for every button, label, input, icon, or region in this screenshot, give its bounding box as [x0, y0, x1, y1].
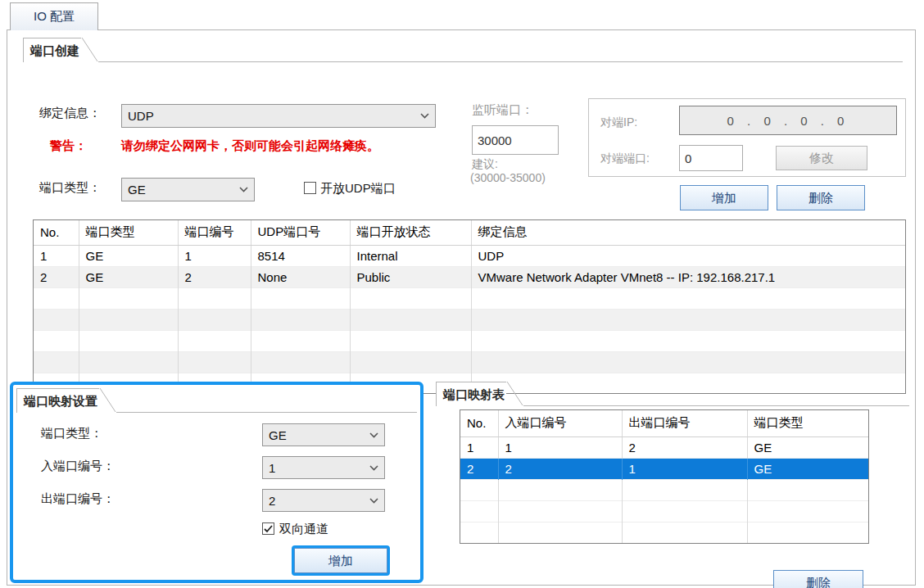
in-port-select[interactable]: 1: [262, 456, 385, 479]
table-cell: [34, 287, 79, 309]
in-port-value: 1: [269, 461, 275, 475]
port-create-group: 端口创建 绑定信息： UDP 警告： 请勿绑定公网网卡，否则可能会引起网络瘫痪。…: [23, 38, 903, 372]
group-tab-slant: [506, 382, 523, 406]
table-cell: [498, 479, 622, 500]
tab-io-config[interactable]: IO 配置: [10, 2, 98, 30]
table-cell: [251, 351, 350, 373]
port-create-group-title: 端口创建: [23, 38, 81, 62]
add-mapping-button[interactable]: 增加: [294, 548, 387, 573]
table-row[interactable]: 2GE2NonePublicVMware Network Adapter VMn…: [34, 266, 905, 287]
table-cell: GE: [79, 245, 178, 266]
group-tab-slant: [99, 388, 116, 413]
table-cell: 2: [34, 266, 79, 287]
table-cell: 2: [460, 458, 498, 479]
column-header: 端口类型: [79, 220, 178, 245]
table-cell: Public: [350, 266, 471, 287]
table-cell: [251, 287, 350, 309]
table-cell: [460, 500, 498, 522]
out-port-value: 2: [269, 494, 275, 508]
table-cell: 8514: [251, 245, 350, 266]
table-cell: 1: [622, 458, 747, 479]
chevron-down-icon: [369, 465, 378, 471]
table-cell: 1: [460, 436, 498, 458]
chevron-down-icon: [369, 498, 378, 504]
peer-port-input[interactable]: 0: [679, 145, 743, 171]
peer-settings-box: 对端IP: 0 . 0 . 0 . 0 对端端口: 0 修改: [588, 98, 906, 177]
delete-mapping-button[interactable]: 删除: [773, 570, 863, 588]
modify-button[interactable]: 修改: [776, 146, 867, 170]
port-type-label: 端口类型：: [39, 180, 101, 196]
listen-port-input[interactable]: 30000: [472, 125, 559, 155]
table-row[interactable]: 1GE18514InternalUDP: [34, 245, 905, 266]
column-header: 端口类型: [747, 410, 868, 436]
in-port-label: 入端口编号：: [41, 459, 115, 474]
table-cell: 1: [498, 436, 622, 458]
table-cell: [350, 287, 471, 309]
table-cell: [350, 330, 471, 351]
port-type-select[interactable]: GE: [121, 178, 255, 201]
table-cell: GE: [747, 458, 868, 479]
table-cell: [251, 330, 350, 351]
port-list-table-wrap: No.端口类型端口编号UDP端口号端口开放状态绑定信息1GE18514Inter…: [33, 219, 906, 394]
table-cell: [747, 500, 868, 522]
open-udp-label: 开放UDP端口: [320, 181, 396, 197]
table-cell: [622, 479, 747, 500]
chevron-down-icon: [369, 432, 378, 438]
table-empty-row: [460, 522, 868, 543]
port-type-value: GE: [128, 183, 146, 197]
table-cell: [747, 522, 868, 543]
table-empty-row: [34, 330, 905, 351]
table-cell: [350, 309, 471, 330]
port-create-group-body: 绑定信息： UDP 警告： 请勿绑定公网网卡，否则可能会引起网络瘫痪。 端口类型…: [23, 62, 903, 372]
table-header-row: No.入端口编号出端口编号端口类型: [460, 410, 868, 436]
port-mapping-table-header: 端口映射表: [436, 382, 909, 406]
listen-port-label: 监听端口：: [472, 102, 533, 118]
warning-label: 警告：: [50, 138, 87, 154]
map-port-type-select[interactable]: GE: [262, 423, 385, 446]
add-mapping-button-highlight: 增加: [292, 545, 390, 576]
mapping-table-wrap: No.入端口编号出端口编号端口类型112GE221GE: [460, 409, 869, 544]
column-header: 端口编号: [178, 220, 251, 245]
table-cell: [79, 287, 178, 309]
table-cell: [460, 479, 498, 500]
table-cell: [471, 287, 905, 309]
open-udp-checkbox[interactable]: [304, 182, 316, 194]
table-empty-row: [34, 309, 905, 330]
table-cell: [178, 309, 251, 330]
table-cell: 2: [178, 266, 251, 287]
table-empty-row: [460, 500, 868, 522]
check-icon: [264, 525, 273, 533]
port-mapping-settings-body: 端口类型： GE 入端口编号： 1 出端口编号： 2: [16, 413, 417, 577]
table-cell: [34, 309, 79, 330]
table-cell: [178, 330, 251, 351]
column-header: UDP端口号: [251, 220, 350, 245]
chevron-down-icon: [420, 113, 429, 119]
table-cell: 1: [178, 245, 251, 266]
binding-info-label: 绑定信息：: [39, 106, 101, 121]
table-header-row: No.端口类型端口编号UDP端口号端口开放状态绑定信息: [34, 220, 905, 245]
table-empty-row: [34, 287, 905, 309]
mapping-table: No.入端口编号出端口编号端口类型112GE221GE: [460, 410, 868, 544]
table-cell: [34, 330, 79, 351]
table-cell: [178, 351, 251, 373]
table-empty-row: [34, 351, 905, 373]
bidirectional-checkbox[interactable]: [262, 522, 274, 535]
table-cell: 1: [34, 245, 79, 266]
delete-port-button[interactable]: 删除: [777, 185, 865, 210]
table-cell: [471, 330, 905, 351]
table-row[interactable]: 112GE: [460, 436, 868, 458]
out-port-select[interactable]: 2: [262, 489, 385, 512]
add-port-button[interactable]: 增加: [680, 185, 768, 210]
suggest-range: (30000-35000): [470, 171, 546, 184]
table-cell: 2: [498, 458, 622, 479]
warning-text: 请勿绑定公网网卡，否则可能会引起网络瘫痪。: [121, 138, 379, 154]
binding-info-select[interactable]: UDP: [121, 104, 436, 128]
table-cell: [471, 351, 905, 373]
table-cell: [498, 522, 622, 543]
table-cell: 2: [622, 436, 747, 458]
table-row[interactable]: 221GE: [460, 458, 868, 479]
table-cell: [79, 330, 178, 351]
table-cell: [178, 287, 251, 309]
table-cell: GE: [79, 266, 178, 287]
group-tab-slant: [81, 38, 98, 62]
